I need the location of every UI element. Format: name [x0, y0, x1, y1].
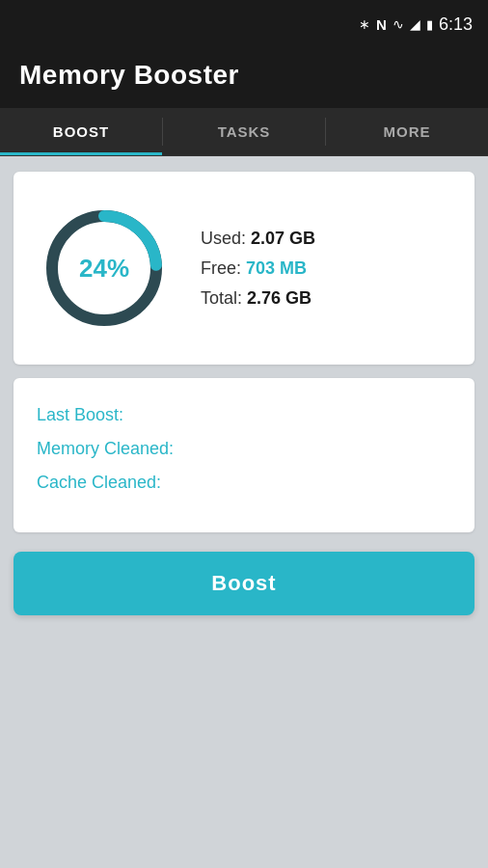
wifi-icon: ∿ — [393, 16, 404, 32]
used-value: 2.07 GB — [251, 229, 315, 248]
tab-boost[interactable]: BOOST — [0, 108, 162, 155]
network-icon: N — [376, 16, 387, 33]
boost-button-wrapper: Boost — [0, 548, 488, 635]
main-content: 24% Used: 2.07 GB Free: 703 MB Total: 2.… — [0, 156, 488, 548]
stat-used: Used: 2.07 GB — [201, 229, 315, 249]
free-label: Free: — [201, 258, 241, 278]
memory-donut-chart: 24% — [37, 201, 172, 336]
battery-icon: ▮ — [426, 17, 433, 32]
cache-cleaned-label: Cache Cleaned: — [37, 473, 451, 493]
memory-percentage: 24% — [79, 254, 129, 284]
app-header: Memory Booster — [0, 48, 488, 108]
stat-total: Total: 2.76 GB — [201, 288, 315, 309]
free-value: 703 MB — [246, 258, 307, 278]
boost-info-card: Last Boost: Memory Cleaned: Cache Cleane… — [14, 378, 474, 532]
tab-more[interactable]: MORE — [326, 108, 488, 155]
total-value: 2.76 GB — [247, 288, 312, 308]
memory-cleaned-label: Memory Cleaned: — [37, 439, 451, 459]
last-boost-label: Last Boost: — [37, 405, 451, 425]
app-title: Memory Booster — [19, 60, 469, 91]
status-icons: ∗ N ∿ ◢ ▮ 6:13 — [359, 14, 473, 35]
used-label: Used: — [201, 229, 246, 248]
status-time: 6:13 — [439, 14, 473, 35]
stat-free: Free: 703 MB — [201, 258, 315, 279]
status-bar: ∗ N ∿ ◢ ▮ 6:13 — [0, 0, 488, 48]
signal-icon: ◢ — [410, 16, 420, 32]
boost-button[interactable]: Boost — [14, 552, 474, 615]
bluetooth-icon: ∗ — [359, 16, 370, 32]
total-label: Total: — [201, 288, 242, 308]
memory-stats: Used: 2.07 GB Free: 703 MB Total: 2.76 G… — [201, 229, 315, 309]
memory-card: 24% Used: 2.07 GB Free: 703 MB Total: 2.… — [14, 172, 474, 365]
tab-bar: BOOST TASKS MORE — [0, 108, 488, 156]
tab-tasks[interactable]: TASKS — [163, 108, 325, 155]
